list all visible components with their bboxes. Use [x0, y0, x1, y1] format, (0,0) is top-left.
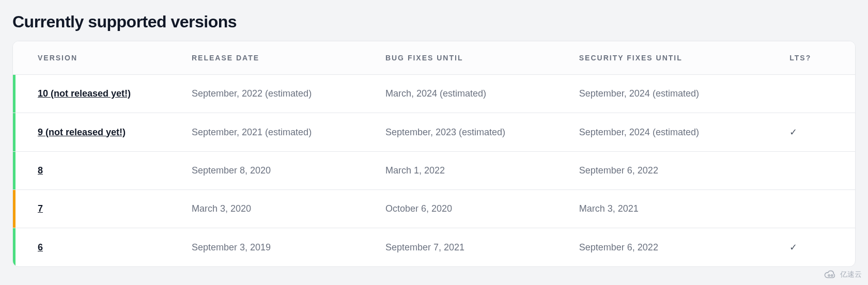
cell-security-fixes-until: September, 2024 (estimated): [569, 75, 780, 113]
cloud-icon: [824, 270, 837, 280]
status-stripe: [13, 75, 16, 113]
cell-release-date: September 8, 2020: [181, 152, 375, 190]
status-stripe: [13, 190, 16, 228]
cell-release-date: September, 2022 (estimated): [181, 75, 375, 113]
status-stripe: [13, 113, 16, 151]
cell-bug-fixes-until: September 7, 2021: [375, 228, 569, 267]
cell-security-fixes-until: September, 2024 (estimated): [569, 113, 780, 152]
cell-release-date: September, 2021 (estimated): [181, 113, 375, 152]
cell-security-fixes-until: September 6, 2022: [569, 228, 780, 267]
check-icon: ✓: [789, 242, 797, 253]
table-row: 6 September 3, 2019 September 7, 2021 Se…: [13, 228, 855, 267]
column-header-security-fixes-until: Security Fixes Until: [569, 41, 780, 75]
svg-point-0: [828, 275, 830, 276]
svg-point-1: [831, 275, 833, 276]
status-stripe: [13, 152, 16, 189]
cell-security-fixes-until: September 6, 2022: [569, 152, 780, 190]
column-header-lts: LTS?: [779, 41, 855, 75]
cell-lts: [779, 152, 855, 190]
status-stripe: [13, 228, 16, 266]
version-link[interactable]: 8: [38, 165, 43, 176]
column-header-bug-fixes-until: Bug Fixes Until: [375, 41, 569, 75]
cell-bug-fixes-until: October 6, 2020: [375, 190, 569, 228]
version-link[interactable]: 9 (not released yet!): [38, 127, 126, 137]
version-link[interactable]: 7: [38, 203, 43, 214]
table-row: 7 March 3, 2020 October 6, 2020 March 3,…: [13, 190, 855, 228]
version-link[interactable]: 6: [38, 242, 43, 252]
page-title: Currently supported versions: [12, 12, 856, 31]
cell-release-date: March 3, 2020: [181, 190, 375, 228]
watermark-text: 亿速云: [840, 270, 862, 279]
watermark: 亿速云: [824, 270, 862, 280]
cell-bug-fixes-until: March 1, 2022: [375, 152, 569, 190]
versions-table: Version Release Date Bug Fixes Until Sec…: [13, 41, 855, 266]
table-header-row: Version Release Date Bug Fixes Until Sec…: [13, 41, 855, 75]
cell-bug-fixes-until: September, 2023 (estimated): [375, 113, 569, 152]
cell-lts: ✓: [779, 228, 855, 267]
cell-security-fixes-until: March 3, 2021: [569, 190, 780, 228]
cell-bug-fixes-until: March, 2024 (estimated): [375, 75, 569, 113]
column-header-release-date: Release Date: [181, 41, 375, 75]
version-link[interactable]: 10 (not released yet!): [38, 88, 131, 99]
cell-lts: [779, 75, 855, 113]
check-icon: ✓: [789, 126, 797, 138]
table-row: 8 September 8, 2020 March 1, 2022 Septem…: [13, 152, 855, 190]
versions-card: Version Release Date Bug Fixes Until Sec…: [12, 41, 856, 267]
cell-release-date: September 3, 2019: [181, 228, 375, 267]
cell-lts: ✓: [779, 113, 855, 152]
cell-lts: [779, 190, 855, 228]
table-row: 10 (not released yet!) September, 2022 (…: [13, 75, 855, 113]
table-row: 9 (not released yet!) September, 2021 (e…: [13, 113, 855, 152]
column-header-version: Version: [13, 41, 181, 75]
